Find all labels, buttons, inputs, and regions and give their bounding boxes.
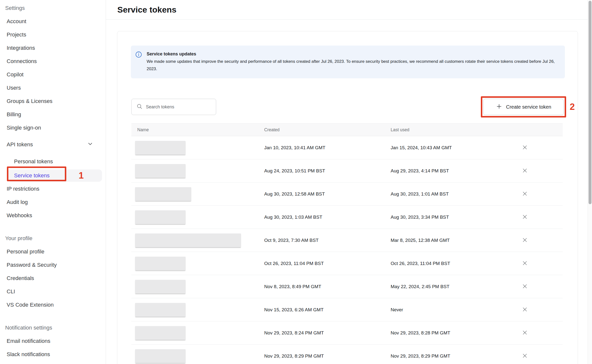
sidebar-item-personal-tokens[interactable]: Personal tokens: [0, 155, 106, 168]
token-name-redacted: [135, 303, 186, 317]
scrollbar-thumb[interactable]: [589, 1, 592, 204]
sidebar-item[interactable]: Billing: [0, 108, 106, 121]
token-name-redacted: [135, 210, 186, 224]
token-name-redacted: [135, 349, 186, 363]
delete-token-button[interactable]: [520, 166, 530, 176]
sidebar-item[interactable]: Connections: [0, 55, 106, 68]
create-button-label: Create service token: [506, 104, 551, 110]
created-cell: Oct 26, 2023, 11:04 PM BST: [264, 261, 391, 266]
search-icon: [137, 103, 142, 110]
token-name-redacted: [135, 164, 186, 178]
sidebar-item[interactable]: Webhooks: [0, 209, 106, 222]
plus-icon: [496, 103, 502, 111]
sidebar-section-notification-settings: Notification settings: [0, 321, 106, 334]
table-row: Aug 24, 2023, 10:51 PM BST Aug 29, 2023,…: [131, 159, 563, 182]
table-row: Nov 29, 2023, 8:24 PM GMT Nov 29, 2023, …: [131, 321, 563, 345]
delete-token-button[interactable]: [520, 259, 530, 268]
last-used-cell: Aug 29, 2023, 4:14 PM BST: [391, 168, 517, 174]
sidebar-item[interactable]: Copilot: [0, 68, 106, 81]
close-icon: [522, 191, 528, 198]
main-content: Service tokens Service tokens updates We…: [106, 0, 592, 364]
created-cell: Nov 15, 2023, 6:26 AM GMT: [264, 307, 391, 313]
column-header-created: Created: [264, 127, 391, 132]
created-cell: Nov 29, 2023, 8:24 PM GMT: [264, 330, 391, 336]
sidebar-section-your-profile: Your profile: [0, 232, 106, 245]
sidebar-item[interactable]: Audit log: [0, 196, 106, 209]
close-icon: [522, 283, 528, 290]
banner-text: Service tokens updates We made some upda…: [147, 51, 559, 73]
vertical-scrollbar: [588, 0, 592, 364]
last-used-cell: Aug 30, 2023, 1:01 AM BST: [391, 191, 517, 197]
close-icon: [522, 260, 528, 267]
sidebar-item[interactable]: CLI: [0, 285, 106, 298]
created-cell: Jan 10, 2023, 10:41 AM GMT: [264, 145, 391, 150]
sidebar-item[interactable]: Users: [0, 81, 106, 95]
table-row: Aug 30, 2023, 1:03 AM BST Aug 30, 2023, …: [131, 206, 563, 229]
close-icon: [522, 237, 528, 244]
sidebar-item[interactable]: Projects: [0, 28, 106, 41]
token-name-redacted: [135, 233, 241, 247]
delete-token-button[interactable]: [520, 212, 530, 222]
column-header-last-used: Last used: [391, 127, 517, 132]
table-row: Aug 30, 2023, 12:58 AM BST Aug 30, 2023,…: [131, 182, 563, 206]
sidebar-item[interactable]: Password & Security: [0, 258, 106, 272]
settings-sidebar: Settings Account Projects Integrations C…: [0, 0, 106, 364]
sidebar-item[interactable]: Integrations: [0, 41, 106, 55]
service-tokens-table: Name Created Last used Jan 10, 2023, 10:…: [131, 123, 563, 364]
sidebar-item-api-tokens[interactable]: API tokens: [0, 138, 106, 151]
created-cell: Nov 29, 2023, 8:29 PM GMT: [264, 353, 391, 359]
sidebar-item-service-tokens[interactable]: Service tokens 1: [8, 169, 102, 182]
last-used-cell: Jan 15, 2024, 10:43 AM GMT: [391, 145, 517, 150]
token-name-redacted: [135, 187, 191, 201]
table-header-row: Name Created Last used: [131, 123, 563, 136]
annotation-number-1: 1: [79, 170, 84, 181]
sidebar-item[interactable]: IP restrictions: [0, 182, 106, 196]
banner-title: Service tokens updates: [147, 51, 559, 57]
token-name-redacted: [135, 280, 186, 294]
delete-token-button[interactable]: [520, 282, 530, 292]
last-used-cell: May 22, 2024, 2:45 PM BST: [391, 284, 517, 289]
created-cell: Aug 30, 2023, 1:03 AM BST: [264, 215, 391, 220]
sidebar-item[interactable]: VS Code Extension: [0, 298, 106, 312]
delete-token-button[interactable]: [520, 143, 530, 153]
banner-body: We made some updates that improve the se…: [147, 58, 559, 73]
table-row: Jan 10, 2023, 10:41 AM GMT Jan 15, 2024,…: [131, 136, 563, 159]
service-tokens-card: Service tokens updates We made some upda…: [117, 31, 578, 364]
token-name-redacted: [135, 257, 186, 270]
search-box[interactable]: [131, 99, 216, 115]
table-row: Oct 9, 2023, 7:30 AM BST Mar 8, 2025, 12…: [131, 229, 563, 252]
page-header: Service tokens: [106, 0, 592, 20]
info-icon: [135, 51, 142, 59]
created-cell: Aug 30, 2023, 12:58 AM BST: [264, 191, 391, 197]
search-input[interactable]: [146, 104, 208, 110]
sidebar-item[interactable]: Account: [0, 15, 106, 28]
token-name-redacted: [135, 326, 186, 340]
close-icon: [522, 306, 528, 313]
sidebar-item[interactable]: Single sign-on: [0, 121, 106, 134]
last-used-cell: Aug 30, 2023, 3:34 PM BST: [391, 215, 517, 220]
created-cell: Nov 8, 2023, 8:49 PM GMT: [264, 284, 391, 289]
delete-token-button[interactable]: [520, 189, 530, 199]
close-icon: [522, 353, 528, 360]
table-row: Nov 15, 2023, 6:26 AM GMT Never: [131, 298, 563, 321]
last-used-cell: Never: [391, 307, 517, 313]
app-window: Settings Account Projects Integrations C…: [0, 0, 592, 364]
sidebar-item[interactable]: Groups & Licenses: [0, 95, 106, 108]
last-used-cell: Oct 26, 2023, 11:04 PM BST: [391, 261, 517, 266]
delete-token-button[interactable]: [520, 351, 530, 361]
table-row: Oct 26, 2023, 11:04 PM BST Oct 26, 2023,…: [131, 252, 563, 275]
sidebar-item[interactable]: Personal profile: [0, 245, 106, 258]
close-icon: [522, 214, 528, 221]
table-toolbar: Create service token 2: [131, 96, 575, 117]
created-cell: Oct 9, 2023, 7:30 AM BST: [264, 238, 391, 243]
close-icon: [522, 167, 528, 174]
delete-token-button[interactable]: [520, 235, 530, 245]
delete-token-button[interactable]: [520, 328, 530, 338]
sidebar-item[interactable]: Email notifications: [0, 334, 106, 348]
sidebar-item[interactable]: Slack notifications: [0, 348, 106, 361]
create-service-token-button[interactable]: Create service token: [483, 99, 564, 115]
delete-token-button[interactable]: [520, 305, 530, 315]
sidebar-item[interactable]: Credentials: [0, 272, 106, 285]
last-used-cell: Nov 29, 2023, 8:28 PM GMT: [391, 330, 517, 336]
last-used-cell: Mar 8, 2025, 12:38 AM GMT: [391, 238, 517, 243]
